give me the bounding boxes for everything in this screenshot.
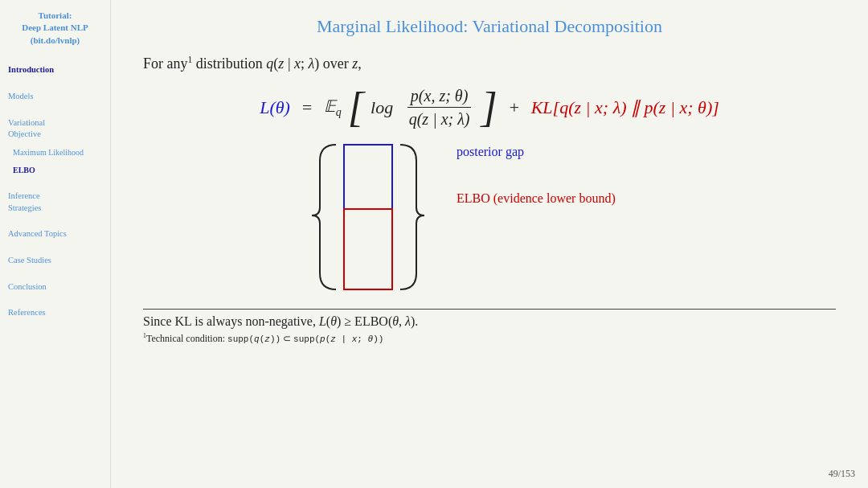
footnote-text: 1Technical condition: supp(q(z)) ⊂ supp(… — [143, 332, 836, 345]
bottom-section: Since KL is always non-negative, L(θ) ≥ … — [143, 309, 836, 345]
sidebar-item-conclusion[interactable]: Conclusion — [8, 280, 102, 295]
sidebar-item-maximum-likelihood[interactable]: Maximum Likelihood — [8, 146, 102, 160]
main-equation: L(θ) = 𝔼q [ log p(x, z; θ) q(z | x; λ) ]… — [143, 87, 836, 129]
sidebar-item-advanced-topics[interactable]: Advanced Topics — [8, 227, 102, 242]
page-number: 49/153 — [829, 468, 855, 480]
svg-rect-1 — [344, 209, 392, 289]
diagram-labels: posterior gap ELBO (evidence lower bound… — [457, 137, 616, 206]
intro-text: For any1 distribution q(z | x; λ) over z… — [143, 55, 836, 72]
slide-title: Marginal Likelihood: Variational Decompo… — [143, 16, 836, 37]
sidebar-item-elbo[interactable]: ELBO — [8, 163, 102, 178]
sidebar: Tutorial: Deep Latent NLP (bit.do/lvnlp)… — [0, 0, 111, 488]
equation-content: L(θ) = 𝔼q [ log p(x, z; θ) q(z | x; λ) ]… — [260, 87, 719, 129]
posterior-gap-label: posterior gap — [457, 145, 616, 159]
sidebar-item-case-studies[interactable]: Case Studies — [8, 253, 102, 269]
sidebar-title: Tutorial: Deep Latent NLP (bit.do/lvnlp) — [8, 10, 102, 47]
svg-rect-0 — [344, 145, 392, 209]
sidebar-item-variational-objective[interactable]: VariationalObjective — [8, 116, 102, 142]
sidebar-item-models[interactable]: Models — [8, 89, 102, 105]
content-area: For any1 distribution q(z | x; λ) over z… — [143, 55, 836, 475]
sidebar-item-references[interactable]: References — [8, 306, 102, 321]
bar-diagram — [272, 137, 432, 297]
diagram-area: posterior gap ELBO (evidence lower bound… — [272, 137, 836, 297]
conclusion-text: Since KL is always non-negative, L(θ) ≥ … — [143, 314, 836, 329]
elbo-label: ELBO (evidence lower bound) — [457, 191, 616, 206]
sidebar-item-inference-strategies[interactable]: InferenceStrategies — [8, 189, 102, 215]
main-content: Marginal Likelihood: Variational Decompo… — [111, 0, 868, 488]
sidebar-item-introduction[interactable]: Introduction — [8, 63, 102, 78]
fraction-pxz: p(x, z; θ) q(z | x; λ) — [406, 87, 473, 129]
